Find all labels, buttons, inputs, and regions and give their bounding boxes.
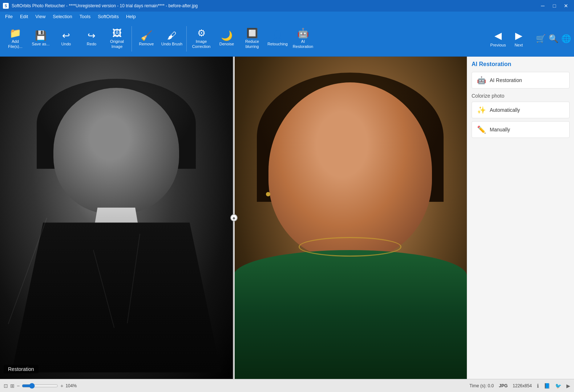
toolbar-btn-undo[interactable]: ↩Undo [54, 23, 78, 54]
menu-softorbits[interactable]: SoftOrbits [94, 12, 122, 20]
statusbar-right: Time (s): 0.0 JPG 1226x854 ℹ 📘 🐦 ▶ [469, 383, 570, 389]
toolbar-btn-add-files[interactable]: 📁Add File(s)... [3, 23, 28, 54]
colorize-subtitle: Colorize photo [472, 93, 570, 99]
undo-icon: ↩ [62, 31, 70, 40]
original-image-icon: 🖼 [112, 28, 122, 38]
bw-suit [12, 222, 221, 372]
menubar: FileEditViewSelectionToolsSoftOrbitsHelp [0, 12, 574, 21]
previous-label: Previous [490, 43, 506, 47]
toolbar-btn-retouching[interactable]: 👤Retouching [265, 23, 290, 54]
zoom-out-icon[interactable]: − [17, 383, 20, 389]
app-icon: S [3, 3, 9, 9]
retouching-icon: 👤 [272, 31, 283, 40]
manually-label: Manually [490, 127, 510, 132]
menu-edit[interactable]: Edit [16, 12, 32, 20]
portrait-dress [234, 250, 467, 379]
previous-icon: ◀ [494, 30, 502, 41]
twitter-icon[interactable]: 🐦 [555, 383, 561, 389]
restoration-label: Restoration [4, 365, 39, 373]
toolbar-btn-denoise[interactable]: 🌙Denoise [214, 23, 239, 54]
bw-person [12, 73, 221, 372]
toolbar-nav: ◀Previous▶Next🛒🔍🌐 [488, 29, 571, 49]
zoom-level: 104% [65, 383, 80, 388]
next-label: Next [514, 43, 523, 47]
toolbar-btn-redo[interactable]: ↪Redo [79, 23, 104, 54]
ai-restoration-card-label: AI Restoration [490, 77, 522, 83]
toolbar-btn-reduce-blurring[interactable]: 🔲Reduce blurring [240, 23, 264, 54]
toolbar: 📁Add File(s)...💾Save as...↩Undo↪Redo🖼Ori… [0, 21, 574, 57]
menu-help[interactable]: Help [122, 12, 140, 20]
manually-card[interactable]: ✏️ Manually [472, 121, 570, 138]
automatically-label: Automatically [490, 107, 520, 113]
redo-icon: ↪ [88, 31, 96, 40]
photo-before: Restoration [0, 57, 234, 379]
facebook-icon[interactable]: 📘 [544, 383, 550, 389]
manually-icon: ✏️ [477, 125, 486, 134]
portrait-face [268, 82, 432, 260]
right-panel: AI Restoration 🤖 AI Restoration Colorize… [467, 57, 574, 379]
previous-button[interactable]: ◀Previous [488, 29, 509, 49]
info-icon[interactable]: ℹ [537, 383, 539, 389]
toolbar-separator [132, 26, 132, 52]
toolbar-btn-image-correction[interactable]: ⚙Image Correction [189, 23, 214, 54]
toolbar-btn-undo-brush[interactable]: 🖌Undo Brush [159, 23, 184, 54]
panel-title: AI Restoration [472, 61, 570, 68]
dimensions-label: 1226x854 [513, 383, 532, 388]
split-handle[interactable]: ◆ [230, 214, 238, 221]
toolbar-btn-remove[interactable]: 🧹Remove [134, 23, 159, 54]
youtube-icon[interactable]: ▶ [566, 383, 570, 389]
photo-after [234, 57, 467, 379]
toolbar-right-icons: 🛒🔍🌐 [536, 34, 571, 44]
color-photo [234, 57, 467, 379]
menu-file[interactable]: File [1, 12, 16, 20]
zoom-slider[interactable] [22, 383, 58, 389]
maximize-button[interactable]: □ [549, 1, 559, 11]
ai-restoration-card[interactable]: 🤖 AI Restoration [472, 72, 570, 89]
image-correction-icon: ⚙ [197, 28, 206, 38]
automatically-icon: ✨ [477, 106, 486, 114]
fit-icon[interactable]: ⊡ [4, 383, 8, 389]
next-button[interactable]: ▶Next [512, 29, 526, 49]
statusbar-left: ⊡ ⊞ − + 104% [4, 383, 80, 389]
menu-selection[interactable]: Selection [49, 12, 76, 20]
ai-restoration-toolbar-icon: 🤖 [297, 28, 309, 38]
denoise-icon: 🌙 [221, 31, 233, 40]
format-label: JPG [499, 383, 508, 388]
toolbar-btn-save-as[interactable]: 💾Save as... [28, 23, 53, 54]
window-title: SoftOrbits Photo Retoucher - ****Unregis… [12, 3, 198, 8]
reduce-blurring-icon: 🔲 [246, 28, 258, 38]
automatically-card[interactable]: ✨ Automatically [472, 102, 570, 118]
menu-tools[interactable]: Tools [76, 12, 94, 20]
actual-size-icon[interactable]: ⊞ [10, 383, 15, 389]
zoom-in-icon[interactable]: + [60, 383, 63, 389]
toolbar-separator [186, 26, 187, 52]
minimize-button[interactable]: ─ [538, 1, 548, 11]
close-button[interactable]: ✕ [561, 1, 571, 11]
add-files-icon: 📁 [9, 28, 21, 38]
undo-brush-icon: 🖌 [167, 31, 177, 40]
photo-container: Restoration ◆ [0, 57, 467, 379]
remove-icon: 🧹 [141, 31, 152, 40]
toolbar-btn-ai-restoration-toolbar[interactable]: 🤖AI Restoration [291, 23, 315, 54]
time-label: Time (s): 0.0 [469, 383, 494, 388]
globe-icon[interactable]: 🌐 [561, 34, 571, 44]
main-content: Restoration ◆ [0, 57, 574, 379]
ai-restoration-card-icon: 🤖 [477, 76, 486, 85]
bw-face [53, 88, 179, 214]
cart-icon[interactable]: 🛒 [536, 34, 546, 44]
titlebar: S SoftOrbits Photo Retoucher - ****Unreg… [0, 0, 574, 12]
toolbar-btn-original-image[interactable]: 🖼Original Image [105, 23, 129, 54]
next-icon: ▶ [515, 30, 522, 41]
bw-photo [0, 57, 233, 379]
save-as-icon: 💾 [35, 31, 47, 40]
canvas-area[interactable]: Restoration ◆ [0, 57, 467, 379]
search-icon[interactable]: 🔍 [549, 34, 558, 44]
split-divider[interactable]: ◆ [234, 57, 235, 379]
statusbar: ⊡ ⊞ − + 104% Time (s): 0.0 JPG 1226x854 … [0, 379, 574, 392]
menu-view[interactable]: View [32, 12, 49, 20]
